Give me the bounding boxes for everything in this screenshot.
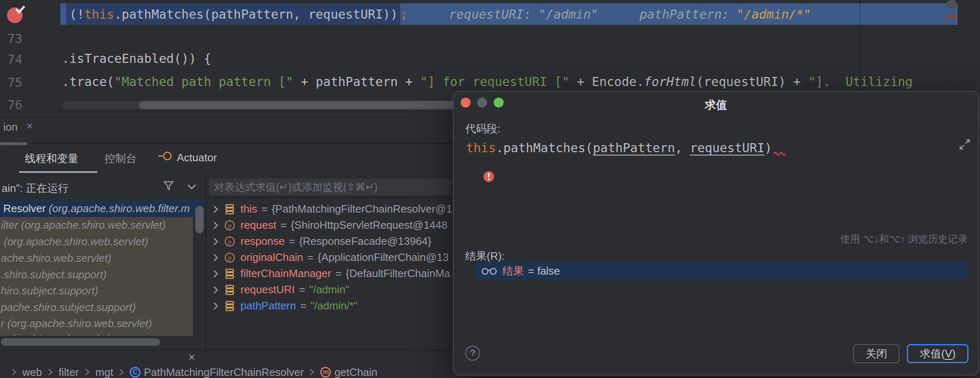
stack-frame[interactable]: .shiro.subject.support) bbox=[0, 267, 193, 283]
variable-value: "/admin/*" bbox=[311, 299, 358, 312]
chevron-down-icon[interactable] bbox=[187, 184, 197, 190]
expression-editor[interactable]: this.pathMatches(pathPattern, requestURI… bbox=[466, 141, 785, 155]
variable-value: {PathMatchingFilterChainResolver@1 bbox=[272, 203, 452, 215]
stack-frame[interactable]: ilter (org.apache.shiro.web.servlet) bbox=[0, 217, 193, 233]
history-hint: 使用 ⌥↓和⌥↑ 浏览历史记录 bbox=[840, 232, 968, 246]
stack-frame[interactable]: r (org.apache.shiro.web.servlet) bbox=[0, 316, 193, 332]
chevron-separator-icon bbox=[309, 368, 314, 376]
variable-row-this[interactable]: this = {PathMatchingFilterChainResolver@… bbox=[207, 201, 452, 217]
variable-row-request[interactable]: p request = {ShiroHttpServletRequest@144… bbox=[207, 217, 452, 233]
variable-name: originalChain bbox=[240, 251, 303, 264]
frames-vertical-scrollbar-thumb[interactable] bbox=[195, 206, 204, 233]
result-row[interactable]: 结果 = false bbox=[475, 262, 968, 280]
stack-frame[interactable]: hiro.subject.support) bbox=[0, 283, 193, 299]
chevron-right-icon[interactable] bbox=[212, 205, 219, 214]
chevron-right-icon[interactable] bbox=[212, 221, 219, 230]
method-icon: m bbox=[320, 367, 331, 378]
ide-window: (!this.pathMatches(pathPattern, requestU… bbox=[0, 0, 980, 378]
frames-horizontal-scrollbar-thumb[interactable] bbox=[1, 338, 160, 346]
variable-icon bbox=[224, 203, 235, 215]
inline-debug-hint-pathpattern: pathPattern: "/admin/*" bbox=[640, 7, 811, 22]
editor-vertical-scrollbar-thumb[interactable] bbox=[946, 0, 957, 9]
variable-value: {DefaultFilterChainMa bbox=[346, 267, 450, 280]
error-stripe-mark[interactable] bbox=[945, 15, 958, 18]
chevron-separator-icon bbox=[85, 368, 90, 376]
svg-text:p: p bbox=[228, 222, 231, 230]
line-number: 76 bbox=[7, 98, 36, 112]
close-icon[interactable]: × bbox=[188, 351, 195, 364]
current-execution-line[interactable]: (!this.pathMatches(pathPattern, requestU… bbox=[60, 3, 958, 25]
expression-tokens[interactable]: this.pathMatches(pathPattern, requestURI… bbox=[466, 141, 772, 155]
stack-frame[interactable]: (org.apache.shiro.web.servlet) bbox=[0, 234, 193, 250]
parameter-icon: p bbox=[224, 220, 235, 231]
chevron-right-icon[interactable] bbox=[212, 269, 219, 278]
watch-separator bbox=[206, 197, 453, 198]
variable-value: {ShiroHttpServletRequest@1448 bbox=[291, 219, 447, 232]
code-line-75[interactable]: .trace("Matched path pattern [" + pathPa… bbox=[62, 74, 958, 89]
breadcrumb-item-web[interactable]: web bbox=[22, 366, 42, 378]
stack-frame-selected[interactable]: Resolver (org.apache.shiro.web.filter.m bbox=[0, 200, 205, 217]
statement-semicolon: ; bbox=[400, 7, 408, 22]
variable-row-response[interactable]: p response = {ResponseFacade@13964} bbox=[207, 233, 452, 249]
close-icon[interactable]: × bbox=[26, 120, 33, 133]
chevron-separator-icon bbox=[48, 368, 53, 376]
panel-separator-handle[interactable] bbox=[0, 142, 27, 145]
variable-value: {ApplicationFilterChain@13 bbox=[318, 251, 449, 264]
tab-actuator[interactable]: Actuator bbox=[177, 151, 217, 164]
stack-frame[interactable]: ache.shiro.web.servlet) bbox=[0, 331, 193, 336]
variable-row-requesturi[interactable]: requestURI = "/admin" bbox=[207, 282, 452, 298]
result-value: = false bbox=[528, 265, 560, 278]
line-number: 73 bbox=[7, 31, 36, 46]
stack-frame-list: ilter (org.apache.shiro.web.servlet) (or… bbox=[0, 217, 193, 336]
variable-name: requestURI bbox=[240, 283, 295, 296]
tab-threads-variables[interactable]: 线程和变量 bbox=[25, 151, 78, 166]
variable-row-filterchainmanager[interactable]: filterChainManager = {DefaultFilterChain… bbox=[207, 266, 452, 282]
inline-debug-hint-requesturi: requestURI: "/admin" bbox=[449, 7, 598, 22]
chevron-right-icon[interactable] bbox=[212, 237, 219, 246]
chevron-right-icon[interactable] bbox=[212, 253, 219, 262]
actuator-icon bbox=[157, 149, 173, 163]
parameter-icon: p bbox=[224, 236, 235, 247]
chevron-separator-icon bbox=[12, 368, 17, 376]
filter-icon[interactable] bbox=[163, 180, 174, 192]
breadcrumb-item-method[interactable]: m getChain bbox=[320, 366, 377, 378]
code-fragment-label: 代码段: bbox=[465, 122, 500, 136]
evaluate-watch-input[interactable]: 对表达式求值(↵)或添加监视(⇧⌘↵) bbox=[209, 179, 451, 195]
code-line-74[interactable]: .isTraceEnabled()) { bbox=[62, 51, 958, 66]
variable-name: request bbox=[240, 219, 276, 232]
stack-frame[interactable]: pache.shiro.subject.support) bbox=[0, 299, 193, 316]
variable-name: filterChainManager bbox=[240, 267, 331, 280]
thread-selector[interactable]: ain": 正在运行 bbox=[2, 181, 69, 196]
selected-expression[interactable]: (!this.pathMatches(pathPattern, requestU… bbox=[66, 3, 400, 25]
variable-row-pathpattern[interactable]: pathPattern = "/admin/*" bbox=[207, 298, 452, 314]
expand-icon[interactable] bbox=[959, 138, 971, 151]
close-dialog-button[interactable]: 关闭 bbox=[853, 344, 899, 363]
breadcrumb-item-class[interactable]: C PathMatchingFilterChainResolver bbox=[130, 366, 304, 378]
evaluate-dialog: 求值 代码段: this.pathMatches(pathPattern, re… bbox=[453, 91, 979, 376]
svg-text:p: p bbox=[228, 238, 231, 246]
breakpoint-icon[interactable] bbox=[6, 4, 26, 24]
debug-session-tab[interactable]: ion bbox=[3, 121, 18, 134]
breadcrumb-item-filter[interactable]: filter bbox=[59, 366, 79, 378]
help-button[interactable]: ? bbox=[465, 346, 480, 361]
breadcrumb-item-mgt[interactable]: mgt bbox=[95, 366, 113, 378]
line-number: 74 bbox=[7, 52, 36, 67]
dialog-title: 求值 bbox=[454, 98, 978, 112]
tab-console[interactable]: 控制台 bbox=[105, 151, 137, 166]
evaluate-button[interactable]: 求值(V) bbox=[907, 344, 968, 363]
svg-text:p: p bbox=[228, 254, 231, 262]
variable-row-originalchain[interactable]: p originalChain = {ApplicationFilterChai… bbox=[207, 249, 452, 266]
chevron-right-icon[interactable] bbox=[212, 301, 219, 311]
variable-icon bbox=[224, 268, 235, 280]
panel-divider[interactable] bbox=[205, 177, 206, 351]
line-number: 75 bbox=[7, 75, 36, 90]
chevron-right-icon[interactable] bbox=[212, 285, 219, 294]
result-watch-icon bbox=[481, 266, 497, 275]
stack-frame[interactable]: ache.shiro.web.servlet) bbox=[0, 250, 193, 266]
variable-name: pathPattern bbox=[240, 299, 296, 312]
panel-footer-separator bbox=[0, 350, 453, 351]
parameter-icon: p bbox=[224, 252, 235, 263]
error-squiggle bbox=[773, 151, 785, 156]
variable-icon bbox=[224, 284, 235, 296]
variable-value: "/admin" bbox=[309, 283, 350, 296]
